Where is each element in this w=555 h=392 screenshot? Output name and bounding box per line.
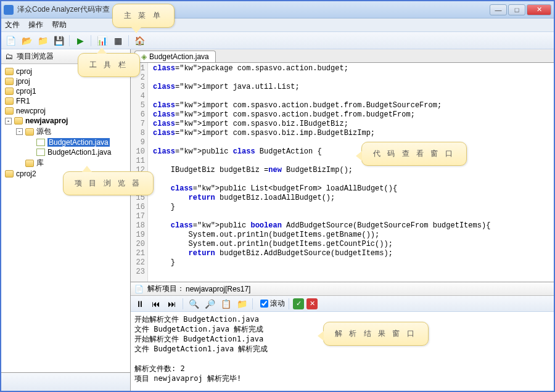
save-button[interactable]: 💾 [52, 34, 65, 47]
pause-button[interactable]: ⏸ [133, 297, 147, 311]
clear-button[interactable]: ✕ [306, 298, 318, 309]
maximize-button[interactable]: □ [508, 4, 525, 15]
folder-icon [5, 107, 14, 115]
minimize-button[interactable]: — [490, 4, 507, 15]
separator [69, 35, 70, 46]
tree-icon: 🗂 [5, 52, 13, 61]
callout-main-menu: 主 菜 单 [112, 4, 175, 28]
output-header-project: newjavaproj[Res17] [186, 285, 250, 293]
scroll-label: 滚动 [270, 298, 285, 309]
separator [289, 298, 289, 309]
output-header: 📄 解析项目： newjavaproj[Res17] [131, 282, 554, 296]
editor-tabs: ◈ BudgetAction.java [131, 49, 554, 63]
project-browser-panel: 🗂 项目浏览器 cprojjprojcproj1FR1newcproj-newj… [1, 49, 131, 391]
project-browser-label: 项目浏览器 [17, 51, 54, 62]
tree-label: newjavaproj [25, 116, 68, 125]
tree-item--[interactable]: -源包 [2, 126, 129, 137]
pkg-icon [25, 128, 34, 136]
tree-label: BudgetAction.java [47, 138, 110, 147]
grid-button[interactable]: ▦ [111, 34, 125, 47]
expander-icon[interactable]: - [16, 128, 23, 135]
tree-item-jproj[interactable]: jproj [2, 76, 129, 86]
menu-file[interactable]: 文件 [5, 20, 20, 30]
tree-label: 库 [36, 158, 44, 168]
toolbar: 📄 📂 📁 💾 ▶ 📊 ▦ 🏠 [1, 32, 554, 49]
folder-icon [5, 88, 14, 95]
tree-label: newcproj [16, 107, 46, 115]
tree-label: cproj2 [16, 169, 36, 178]
tree-label: cproj1 [16, 87, 36, 96]
folder-icon [5, 68, 14, 75]
folder-icon [5, 97, 14, 105]
callout-code-view: 代 码 查 看 窗 口 [361, 142, 467, 166]
run-button[interactable]: ▶ [73, 34, 87, 47]
output-toolbar: ⏸ ⏮ ⏭ 🔍 🔎 📋 📁 滚动 ✓ ✕ [131, 296, 554, 312]
app-icon [4, 5, 14, 15]
tree-label: jproj [16, 77, 30, 86]
home-button[interactable]: 🏠 [133, 34, 146, 47]
tree-label: cproj [16, 67, 32, 76]
tree-item-BudgetAction1-java[interactable]: BudgetAction1.java [2, 147, 129, 157]
window-title: 泽众Code Analyzer代码审查 [17, 4, 490, 15]
code-text[interactable]: class="kw">package com.spasvo.action.bud… [148, 63, 554, 282]
pkg-icon [25, 160, 34, 167]
tree-item-BudgetAction-java[interactable]: BudgetAction.java [2, 137, 129, 147]
folder-icon [5, 78, 14, 85]
folder-icon [5, 170, 14, 178]
separator [128, 35, 129, 46]
scroll-checkbox[interactable]: 滚动 [260, 298, 285, 309]
chart-button[interactable]: 📊 [95, 34, 109, 47]
tree-label: 源包 [36, 126, 51, 137]
separator [252, 298, 253, 309]
separator [183, 298, 183, 309]
file-icon [36, 149, 45, 156]
new-button[interactable]: 📄 [4, 34, 17, 47]
tree-item--[interactable]: 库 [2, 157, 129, 169]
confirm-button[interactable]: ✓ [293, 298, 304, 309]
menu-operate[interactable]: 操作 [28, 20, 43, 30]
tree-label: FR1 [16, 97, 30, 105]
scroll-checkbox-input[interactable] [260, 300, 268, 308]
tree-item-cproj1[interactable]: cproj1 [2, 86, 129, 96]
tree-label: BudgetAction1.java [47, 148, 111, 157]
editor-tab-label: BudgetAction.java [149, 52, 209, 61]
open2-button[interactable]: 📁 [36, 34, 49, 47]
file-icon: ◈ [141, 52, 147, 61]
open-button[interactable]: 📂 [20, 34, 33, 47]
stepback-button[interactable]: ⏮ [149, 297, 163, 311]
copy-button[interactable]: 📋 [219, 297, 232, 311]
menubar: 文件 操作 帮助 [1, 18, 554, 32]
project-tree[interactable]: cprojjprojcproj1FR1newcproj-newjavaproj-… [1, 64, 130, 372]
folder-button[interactable]: 📁 [235, 297, 249, 311]
expander-icon[interactable]: - [5, 118, 12, 125]
tree-item-newjavaproj[interactable]: -newjavaproj [2, 116, 129, 126]
folder-icon [14, 117, 23, 125]
code-editor-panel: ◈ BudgetAction.java 1 2 3 4 5 6 7 8 9 10… [131, 49, 554, 282]
menu-help[interactable]: 帮助 [52, 20, 67, 30]
left-bottom-bar [1, 372, 130, 391]
output-header-prefix: 解析项目： [147, 284, 184, 294]
callout-project-browser: 项 目 浏 览 器 [63, 171, 154, 195]
zoomout-button[interactable]: 🔎 [203, 297, 216, 311]
tree-item-newcproj[interactable]: newcproj [2, 106, 129, 116]
titlebar: 泽众Code Analyzer代码审查 — □ ✕ [1, 1, 554, 18]
separator [91, 35, 91, 46]
zoomin-button[interactable]: 🔍 [187, 297, 200, 311]
file-icon [36, 139, 45, 146]
close-button[interactable]: ✕ [527, 4, 551, 15]
tree-item-FR1[interactable]: FR1 [2, 96, 129, 106]
callout-toolbar: 工 具 栏 [78, 53, 140, 77]
callout-result-view: 解 析 结 果 窗 口 [323, 322, 429, 346]
doc-icon: 📄 [134, 285, 144, 293]
stepfwd-button[interactable]: ⏭ [165, 297, 179, 311]
editor-tab[interactable]: ◈ BudgetAction.java [134, 51, 216, 62]
